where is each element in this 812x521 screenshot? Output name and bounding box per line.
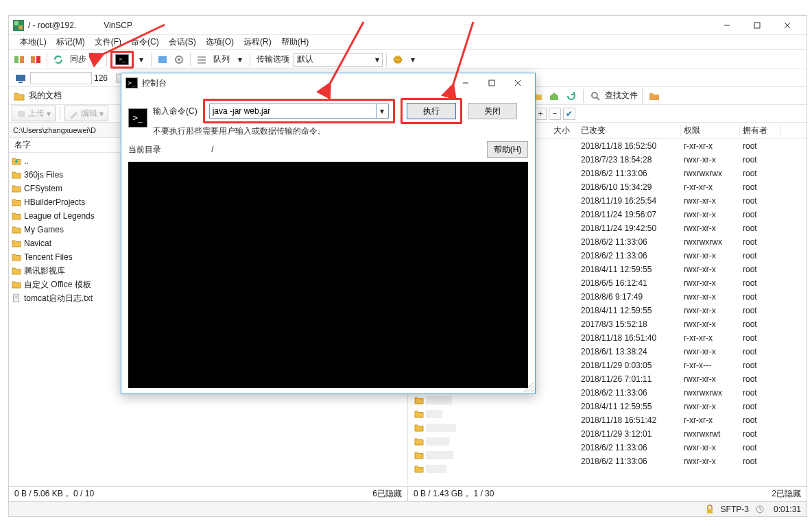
execute-button[interactable]: 执行 <box>407 103 456 119</box>
check-button[interactable]: ✔ <box>563 108 575 120</box>
btn-sync-icon[interactable] <box>51 52 66 67</box>
cmd-hint: 不要执行那些需要用户输入或数据传输的命令。 <box>153 125 517 137</box>
r-extra-icon[interactable] <box>647 88 662 104</box>
menu-local[interactable]: 本地(L) <box>16 35 51 49</box>
help-button[interactable]: 帮助(H) <box>487 141 528 158</box>
title-suffix: VinSCP <box>104 21 132 30</box>
command-input-highlight: ▾ <box>203 99 395 123</box>
gear-icon[interactable] <box>171 52 187 67</box>
r-refresh-icon[interactable] <box>564 88 579 104</box>
svg-rect-8 <box>20 56 24 63</box>
svg-rect-19 <box>16 75 25 81</box>
right-blurred-names[interactable] <box>414 393 531 476</box>
edit-button[interactable]: 编辑▾ <box>64 106 108 121</box>
svg-point-17 <box>394 56 402 64</box>
r-col-changed[interactable]: 已改变 <box>578 125 681 136</box>
terminal-output[interactable] <box>128 162 528 388</box>
status-left-hidden: 6已隐藏 <box>367 488 407 500</box>
curdir-value: / <box>211 145 213 154</box>
svg-rect-16 <box>198 62 206 64</box>
svg-rect-15 <box>198 59 206 61</box>
minus-button[interactable]: － <box>549 108 561 120</box>
mydocs-label: 我的文档 <box>29 90 62 101</box>
r-home-icon[interactable] <box>547 88 562 104</box>
menu-file[interactable]: 文件(F) <box>91 35 126 49</box>
close-dialog-button[interactable]: 关闭 <box>468 103 517 119</box>
svg-rect-27 <box>14 295 19 302</box>
sync-drop[interactable]: ▾ <box>91 55 103 64</box>
menu-remote[interactable]: 远程(R) <box>239 35 276 49</box>
status-bar: 0 B / 5.06 KB， 0 / 10 6已隐藏 0 B / 1.43 GB… <box>9 486 807 501</box>
session-count: 126 <box>94 73 108 83</box>
monitor-icon[interactable] <box>13 71 28 86</box>
svg-rect-11 <box>158 56 167 63</box>
command-input-drop[interactable]: ▾ <box>377 104 389 119</box>
svg-rect-34 <box>489 80 494 86</box>
svg-rect-24 <box>18 111 25 117</box>
svg-rect-31 <box>707 509 713 513</box>
status-right-hidden: 2已隐藏 <box>766 488 807 500</box>
net-time: 0:01:31 <box>774 505 801 514</box>
globe-drop[interactable]: ▾ <box>407 55 419 64</box>
command-input[interactable] <box>209 104 377 119</box>
svg-rect-20 <box>19 82 23 83</box>
titlebar: / - root@192. VinSCP <box>9 16 807 35</box>
session-tab[interactable] <box>30 72 92 84</box>
plus-button[interactable]: ＋ <box>534 108 547 120</box>
menu-session[interactable]: 会话(S) <box>165 35 200 49</box>
svg-rect-9 <box>31 56 35 63</box>
queue-drop[interactable]: ▾ <box>234 55 246 64</box>
maximize-button[interactable] <box>742 16 772 34</box>
menu-mark[interactable]: 标记(M) <box>52 35 89 49</box>
find-files-label: 查找文件 <box>605 90 638 101</box>
status-left: 0 B / 5.06 KB， 0 / 10 <box>9 488 367 500</box>
transfer-label: 传输选项 <box>254 53 292 65</box>
title-prefix: / - root@192. <box>28 21 76 30</box>
svg-rect-10 <box>36 56 40 63</box>
menu-help[interactable]: 帮助(H) <box>277 35 313 49</box>
queue-icon[interactable] <box>194 52 209 67</box>
resize-grip-icon[interactable] <box>524 383 534 392</box>
svg-point-13 <box>178 58 180 61</box>
svg-rect-7 <box>14 56 19 63</box>
curdir-label: 当前目录 <box>128 145 161 154</box>
menu-options[interactable]: 选项(O) <box>202 35 238 49</box>
upload-button[interactable]: 上传▾ <box>12 106 56 121</box>
r-find-icon[interactable] <box>588 88 603 104</box>
prompt-icon: >_ <box>128 108 147 128</box>
dialog-title: 控制台 <box>142 77 167 89</box>
r-col-size[interactable]: 大小 <box>551 125 578 136</box>
r-col-perm[interactable]: 权限 <box>681 125 740 136</box>
dialog-min[interactable] <box>453 74 479 92</box>
status-right: 0 B / 1.43 GB， 1 / 30 <box>408 488 766 500</box>
menu-command[interactable]: 命令(C) <box>127 35 163 49</box>
minimize-button[interactable] <box>712 16 742 34</box>
dialog-max[interactable] <box>479 74 505 92</box>
console-toolbar-button[interactable]: >_ <box>110 51 134 69</box>
mydocs-folder-icon[interactable] <box>12 88 27 104</box>
pencil-icon <box>69 109 79 119</box>
console-dialog: >_ 控制台 >_ 输入命令(C) ▾ 执行 <box>121 73 536 394</box>
btn-a[interactable] <box>12 52 27 67</box>
lock-icon <box>706 505 714 514</box>
svg-rect-2 <box>19 25 23 29</box>
console-drop[interactable]: ▾ <box>135 55 147 64</box>
clock-icon <box>756 505 767 513</box>
main-toolbar: 同步 ▾ >_ ▾ 队列 ▾ 传输选项 默认▾ ▾ <box>9 50 807 69</box>
r-col-owner[interactable]: 拥有者 <box>740 125 781 136</box>
svg-line-23 <box>597 97 599 100</box>
svg-rect-14 <box>198 56 206 58</box>
net-bar: SFTP-3 0:01:31 <box>9 501 807 516</box>
close-button[interactable] <box>772 16 802 34</box>
menubar: 本地(L) 标记(M) 文件(F) 命令(C) 会话(S) 选项(O) 远程(R… <box>9 35 807 50</box>
dialog-close[interactable] <box>505 74 531 92</box>
cmd-input-label: 输入命令(C) <box>153 106 198 117</box>
transfer-combo[interactable]: 默认▾ <box>294 53 383 66</box>
console-icon: >_ <box>126 77 138 88</box>
globe-icon[interactable] <box>390 52 405 67</box>
svg-point-22 <box>592 93 597 98</box>
btn-b[interactable] <box>28 52 43 67</box>
svg-rect-1 <box>14 21 19 25</box>
btn-c[interactable] <box>155 52 170 67</box>
sync-label: 同步 <box>67 53 89 65</box>
